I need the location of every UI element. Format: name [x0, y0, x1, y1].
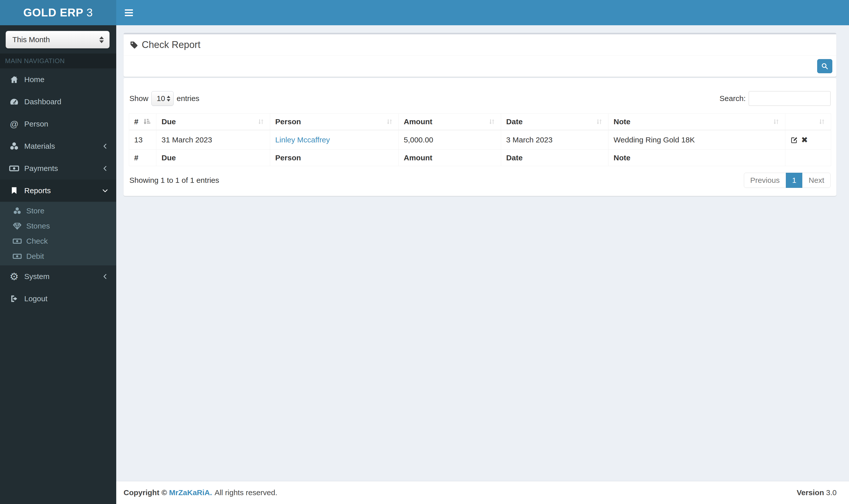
- column-label: #: [134, 118, 138, 126]
- cell-note: Wedding Ring Gold 18K: [608, 130, 785, 150]
- sort-both-icon: [818, 118, 826, 126]
- footer-column-actions: [785, 150, 831, 166]
- page-title: Check Report: [142, 39, 201, 50]
- cubes-icon: [8, 141, 20, 151]
- table-search-input[interactable]: [749, 91, 831, 106]
- datatable-box: Show 10 entries Search:: [124, 78, 836, 196]
- table-info: Showing 1 to 1 of 1 entries: [129, 176, 219, 184]
- chevron-left-icon: [102, 165, 109, 172]
- cubes-icon: [12, 206, 23, 215]
- copyright: Copyright ©MrZaKaRiA.All rights reserved…: [124, 488, 277, 497]
- select-arrows-icon: [167, 96, 170, 102]
- version: Version3.0: [797, 488, 837, 497]
- column-header-due[interactable]: Due: [156, 114, 270, 130]
- column-label: Amount: [404, 118, 432, 126]
- sign-out-icon: [8, 294, 20, 303]
- main-footer: Copyright ©MrZaKaRiA.All rights reserved…: [116, 481, 849, 504]
- footer-column-date: Date: [501, 150, 608, 166]
- sidebar-item-label: Stones: [26, 222, 109, 230]
- report-search-button[interactable]: [817, 59, 832, 73]
- page-size-value: 10: [157, 94, 165, 103]
- column-header-actions[interactable]: [785, 114, 831, 130]
- diamond-icon: [12, 221, 23, 231]
- column-header-date[interactable]: Date: [501, 114, 608, 130]
- sidebar-item-label: Payments: [24, 164, 102, 173]
- check-report-table: # Due: [129, 113, 831, 166]
- sidebar-item-reports[interactable]: Reports: [0, 180, 116, 202]
- sidebar-item-store[interactable]: Store: [0, 203, 116, 218]
- reports-submenu: Store Stones Check Debit: [0, 202, 116, 265]
- bookmark-icon: [8, 186, 20, 195]
- hamburger-menu-icon[interactable]: [116, 3, 141, 22]
- sidebar-item-logout[interactable]: Logout: [0, 288, 116, 310]
- sidebar-menu: Home Dashboard @ Person Materials Paym: [0, 68, 116, 310]
- period-select-value: This Month: [12, 35, 50, 44]
- delete-icon[interactable]: ✖: [801, 135, 808, 145]
- brand-light: 3: [86, 6, 93, 19]
- sidebar-item-label: Check: [26, 237, 109, 246]
- footer-column-id: #: [129, 150, 156, 166]
- sidebar-item-label: Dashboard: [24, 97, 109, 106]
- sidebar-item-home[interactable]: Home: [0, 68, 116, 91]
- column-header-amount[interactable]: Amount: [398, 114, 501, 130]
- person-link[interactable]: Linley Mccaffrey: [275, 136, 330, 144]
- sidebar-item-debit[interactable]: Debit: [0, 249, 116, 264]
- table-search-control: Search:: [720, 91, 831, 106]
- footer-column-note: Note: [608, 150, 785, 166]
- tag-icon: [129, 41, 138, 49]
- sidebar-item-label: System: [24, 272, 102, 281]
- sidebar-item-payments[interactable]: Payments: [0, 157, 116, 180]
- entries-label: entries: [177, 94, 200, 103]
- sidebar-item-system[interactable]: ⚙ System: [0, 265, 116, 288]
- sidebar-item-label: Person: [24, 120, 109, 128]
- footer-column-amount: Amount: [398, 150, 501, 166]
- period-select[interactable]: This Month: [5, 31, 110, 49]
- column-header-person[interactable]: Person: [270, 114, 398, 130]
- select-arrows-icon: [99, 36, 104, 43]
- cell-actions: ✖: [785, 130, 831, 150]
- show-label: Show: [129, 94, 148, 103]
- money-icon: [8, 163, 20, 174]
- page-number-button[interactable]: 1: [786, 173, 803, 188]
- rights-text: All rights reserved.: [214, 488, 277, 497]
- sidebar-item-stones[interactable]: Stones: [0, 218, 116, 234]
- sort-both-icon: [385, 118, 394, 126]
- column-header-note[interactable]: Note: [608, 114, 785, 130]
- report-toolbar: [124, 56, 836, 77]
- sidebar: This Month MAIN NAVIGATION Home Dashboar…: [0, 25, 116, 504]
- table-row: 13 31 March 2023 Linley Mccaffrey 5,000.…: [129, 130, 831, 150]
- cell-person: Linley Mccaffrey: [270, 130, 398, 150]
- footer-column-person: Person: [270, 150, 398, 166]
- money-icon: [12, 252, 23, 261]
- content-area: Check Report Show 10 entries Search:: [116, 25, 849, 481]
- sidebar-item-materials[interactable]: Materials: [0, 135, 116, 157]
- brand-logo[interactable]: GOLD ERP 3: [0, 0, 116, 25]
- sidebar-item-label: Reports: [24, 186, 102, 195]
- column-label: Person: [275, 118, 301, 126]
- sort-amount-icon: [142, 118, 151, 126]
- footer-column-due: Due: [156, 150, 270, 166]
- sidebar-item-dashboard[interactable]: Dashboard: [0, 91, 116, 113]
- author-link[interactable]: MrZaKaRiA.: [169, 488, 212, 497]
- navbar-body: [116, 0, 849, 25]
- top-navbar: GOLD ERP 3: [0, 0, 849, 25]
- edit-icon[interactable]: [791, 136, 798, 144]
- home-icon: [8, 75, 20, 84]
- sidebar-item-check[interactable]: Check: [0, 234, 116, 249]
- next-page-button[interactable]: Next: [802, 173, 831, 188]
- column-header-id[interactable]: #: [129, 114, 156, 130]
- sidebar-item-label: Logout: [24, 294, 109, 303]
- cell-amount: 5,000.00: [398, 130, 501, 150]
- sort-both-icon: [488, 118, 496, 126]
- sidebar-item-label: Materials: [24, 142, 102, 150]
- sort-both-icon: [772, 118, 780, 126]
- pagination: Previous 1 Next: [744, 173, 831, 188]
- chevron-left-icon: [102, 273, 109, 280]
- search-label: Search:: [720, 94, 746, 103]
- page-size-select[interactable]: 10: [151, 91, 174, 106]
- datatable-controls: Show 10 entries Search:: [129, 91, 831, 106]
- previous-page-button[interactable]: Previous: [744, 173, 786, 188]
- sidebar-item-person[interactable]: @ Person: [0, 113, 116, 135]
- page-header: Check Report: [124, 34, 836, 56]
- page-length-control: Show 10 entries: [129, 91, 200, 106]
